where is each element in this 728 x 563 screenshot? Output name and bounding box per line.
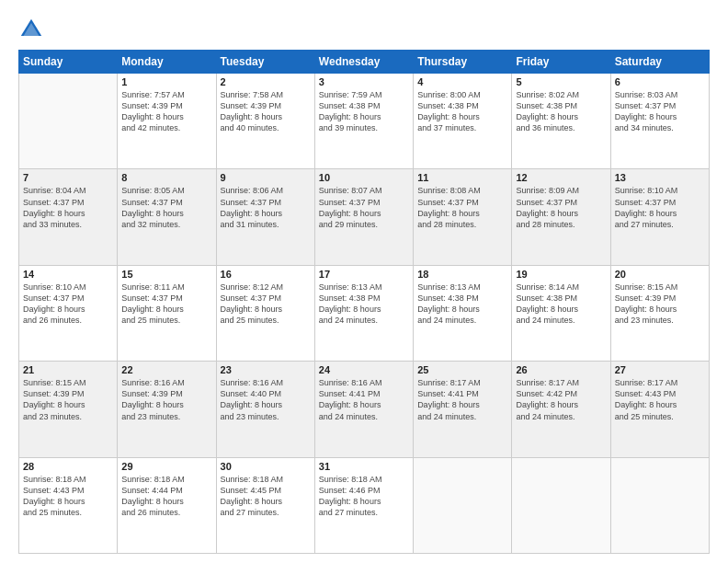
cell-info: Sunrise: 8:10 AM Sunset: 4:37 PM Dayligh…	[23, 282, 113, 327]
calendar-cell: 25Sunrise: 8:17 AM Sunset: 4:41 PM Dayli…	[414, 362, 512, 457]
day-header-monday: Monday	[118, 51, 216, 74]
calendar-cell: 14Sunrise: 8:10 AM Sunset: 4:37 PM Dayli…	[19, 265, 118, 361]
cell-info: Sunrise: 8:05 AM Sunset: 4:37 PM Dayligh…	[121, 185, 211, 230]
cell-info: Sunrise: 8:14 AM Sunset: 4:38 PM Dayligh…	[516, 282, 606, 327]
week-row: 14Sunrise: 8:10 AM Sunset: 4:37 PM Dayli…	[19, 265, 710, 361]
day-number: 26	[516, 364, 606, 375]
day-number: 7	[23, 172, 113, 183]
day-number: 10	[319, 172, 409, 183]
calendar-cell: 2Sunrise: 7:58 AM Sunset: 4:39 PM Daylig…	[216, 74, 314, 169]
cell-info: Sunrise: 8:04 AM Sunset: 4:37 PM Dayligh…	[23, 185, 113, 230]
calendar-cell: 17Sunrise: 8:13 AM Sunset: 4:38 PM Dayli…	[314, 265, 413, 361]
calendar-cell	[19, 74, 118, 169]
day-header-thursday: Thursday	[414, 51, 512, 74]
calendar-cell: 3Sunrise: 7:59 AM Sunset: 4:38 PM Daylig…	[314, 74, 413, 169]
calendar-cell: 24Sunrise: 8:16 AM Sunset: 4:41 PM Dayli…	[314, 362, 413, 457]
cell-info: Sunrise: 8:03 AM Sunset: 4:37 PM Dayligh…	[615, 89, 705, 134]
calendar-cell: 10Sunrise: 8:07 AM Sunset: 4:37 PM Dayli…	[314, 169, 413, 265]
day-number: 5	[516, 76, 606, 87]
calendar-cell: 27Sunrise: 8:17 AM Sunset: 4:43 PM Dayli…	[610, 362, 709, 457]
cell-info: Sunrise: 8:11 AM Sunset: 4:37 PM Dayligh…	[121, 282, 211, 327]
cell-info: Sunrise: 8:07 AM Sunset: 4:37 PM Dayligh…	[319, 185, 409, 230]
calendar-cell: 7Sunrise: 8:04 AM Sunset: 4:37 PM Daylig…	[19, 169, 118, 265]
day-number: 6	[615, 76, 705, 87]
cell-info: Sunrise: 8:18 AM Sunset: 4:44 PM Dayligh…	[121, 474, 211, 519]
day-header-friday: Friday	[512, 51, 610, 74]
day-number: 14	[23, 269, 113, 280]
cell-info: Sunrise: 8:17 AM Sunset: 4:41 PM Dayligh…	[417, 377, 507, 422]
day-number: 24	[319, 364, 409, 375]
cell-info: Sunrise: 7:57 AM Sunset: 4:39 PM Dayligh…	[121, 89, 211, 134]
cell-info: Sunrise: 8:15 AM Sunset: 4:39 PM Dayligh…	[23, 377, 113, 422]
day-number: 31	[319, 461, 409, 472]
calendar-cell: 11Sunrise: 8:08 AM Sunset: 4:37 PM Dayli…	[414, 169, 512, 265]
day-number: 22	[121, 364, 211, 375]
cell-info: Sunrise: 8:08 AM Sunset: 4:37 PM Dayligh…	[417, 185, 507, 230]
calendar-cell: 21Sunrise: 8:15 AM Sunset: 4:39 PM Dayli…	[19, 362, 118, 457]
cell-info: Sunrise: 8:02 AM Sunset: 4:38 PM Dayligh…	[516, 89, 606, 134]
calendar-cell: 8Sunrise: 8:05 AM Sunset: 4:37 PM Daylig…	[118, 169, 216, 265]
cell-info: Sunrise: 8:18 AM Sunset: 4:43 PM Dayligh…	[23, 474, 113, 519]
calendar-table: SundayMondayTuesdayWednesdayThursdayFrid…	[18, 50, 710, 554]
day-number: 20	[615, 269, 705, 280]
logo-icon	[18, 17, 44, 42]
day-number: 3	[319, 76, 409, 87]
calendar-cell: 18Sunrise: 8:13 AM Sunset: 4:38 PM Dayli…	[414, 265, 512, 361]
calendar-cell: 12Sunrise: 8:09 AM Sunset: 4:37 PM Dayli…	[512, 169, 610, 265]
cell-info: Sunrise: 8:16 AM Sunset: 4:40 PM Dayligh…	[221, 377, 311, 422]
day-number: 11	[417, 172, 507, 183]
calendar-cell: 6Sunrise: 8:03 AM Sunset: 4:37 PM Daylig…	[610, 74, 709, 169]
week-row: 7Sunrise: 8:04 AM Sunset: 4:37 PM Daylig…	[19, 169, 710, 265]
header	[18, 17, 710, 42]
calendar-cell: 23Sunrise: 8:16 AM Sunset: 4:40 PM Dayli…	[216, 362, 314, 457]
day-number: 28	[23, 461, 113, 472]
calendar-cell: 19Sunrise: 8:14 AM Sunset: 4:38 PM Dayli…	[512, 265, 610, 361]
cell-info: Sunrise: 8:09 AM Sunset: 4:37 PM Dayligh…	[516, 185, 606, 230]
calendar-cell: 22Sunrise: 8:16 AM Sunset: 4:39 PM Dayli…	[118, 362, 216, 457]
calendar-cell: 5Sunrise: 8:02 AM Sunset: 4:38 PM Daylig…	[512, 74, 610, 169]
calendar-cell: 30Sunrise: 8:18 AM Sunset: 4:45 PM Dayli…	[216, 457, 314, 553]
cell-info: Sunrise: 8:18 AM Sunset: 4:46 PM Dayligh…	[319, 474, 409, 519]
cell-info: Sunrise: 8:17 AM Sunset: 4:42 PM Dayligh…	[516, 377, 606, 422]
cell-info: Sunrise: 7:58 AM Sunset: 4:39 PM Dayligh…	[221, 89, 311, 134]
cell-info: Sunrise: 8:13 AM Sunset: 4:38 PM Dayligh…	[319, 282, 409, 327]
cell-info: Sunrise: 8:18 AM Sunset: 4:45 PM Dayligh…	[221, 474, 311, 519]
day-number: 2	[221, 76, 311, 87]
day-number: 29	[121, 461, 211, 472]
week-row: 21Sunrise: 8:15 AM Sunset: 4:39 PM Dayli…	[19, 362, 710, 457]
calendar-body: 1Sunrise: 7:57 AM Sunset: 4:39 PM Daylig…	[19, 74, 710, 554]
day-number: 9	[221, 172, 311, 183]
cell-info: Sunrise: 8:17 AM Sunset: 4:43 PM Dayligh…	[615, 377, 705, 422]
logo	[18, 17, 48, 42]
week-row: 1Sunrise: 7:57 AM Sunset: 4:39 PM Daylig…	[19, 74, 710, 169]
day-header-sunday: Sunday	[19, 51, 118, 74]
day-header-row: SundayMondayTuesdayWednesdayThursdayFrid…	[19, 51, 710, 74]
calendar-cell	[610, 457, 709, 553]
cell-info: Sunrise: 8:15 AM Sunset: 4:39 PM Dayligh…	[615, 282, 705, 327]
day-number: 1	[121, 76, 211, 87]
day-number: 23	[221, 364, 311, 375]
cell-info: Sunrise: 7:59 AM Sunset: 4:38 PM Dayligh…	[319, 89, 409, 134]
day-header-tuesday: Tuesday	[216, 51, 314, 74]
day-number: 12	[516, 172, 606, 183]
calendar-cell: 28Sunrise: 8:18 AM Sunset: 4:43 PM Dayli…	[19, 457, 118, 553]
day-number: 16	[221, 269, 311, 280]
day-number: 4	[417, 76, 507, 87]
calendar-cell: 9Sunrise: 8:06 AM Sunset: 4:37 PM Daylig…	[216, 169, 314, 265]
day-number: 17	[319, 269, 409, 280]
day-number: 18	[417, 269, 507, 280]
calendar-cell: 16Sunrise: 8:12 AM Sunset: 4:37 PM Dayli…	[216, 265, 314, 361]
page: SundayMondayTuesdayWednesdayThursdayFrid…	[0, 0, 728, 563]
day-number: 8	[121, 172, 211, 183]
calendar-header: SundayMondayTuesdayWednesdayThursdayFrid…	[19, 51, 710, 74]
calendar-cell: 15Sunrise: 8:11 AM Sunset: 4:37 PM Dayli…	[118, 265, 216, 361]
calendar-cell: 4Sunrise: 8:00 AM Sunset: 4:38 PM Daylig…	[414, 74, 512, 169]
day-number: 25	[417, 364, 507, 375]
calendar-cell	[512, 457, 610, 553]
day-number: 21	[23, 364, 113, 375]
calendar-cell: 26Sunrise: 8:17 AM Sunset: 4:42 PM Dayli…	[512, 362, 610, 457]
calendar-cell: 29Sunrise: 8:18 AM Sunset: 4:44 PM Dayli…	[118, 457, 216, 553]
day-header-wednesday: Wednesday	[314, 51, 413, 74]
calendar-cell: 13Sunrise: 8:10 AM Sunset: 4:37 PM Dayli…	[610, 169, 709, 265]
day-header-saturday: Saturday	[610, 51, 709, 74]
